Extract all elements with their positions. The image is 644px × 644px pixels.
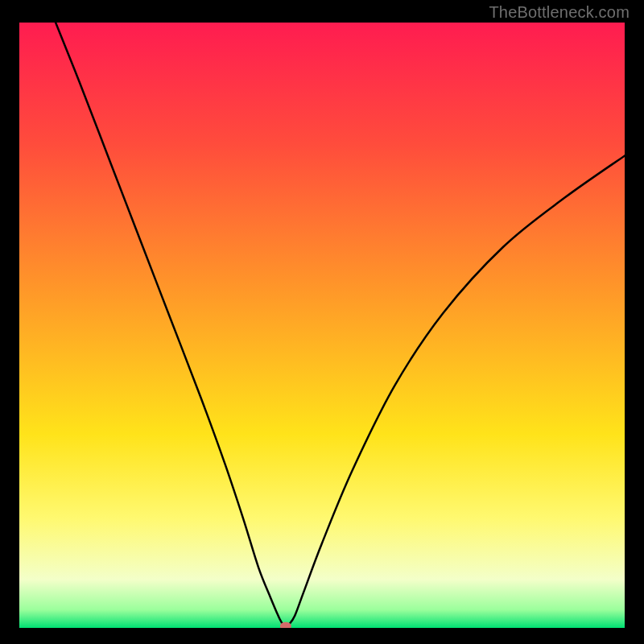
chart-svg xyxy=(19,23,625,628)
watermark-text: TheBottleneck.com xyxy=(489,3,630,22)
chart-background xyxy=(19,23,625,628)
chart-frame: TheBottleneck.com xyxy=(0,0,644,644)
plot-area xyxy=(19,23,625,628)
